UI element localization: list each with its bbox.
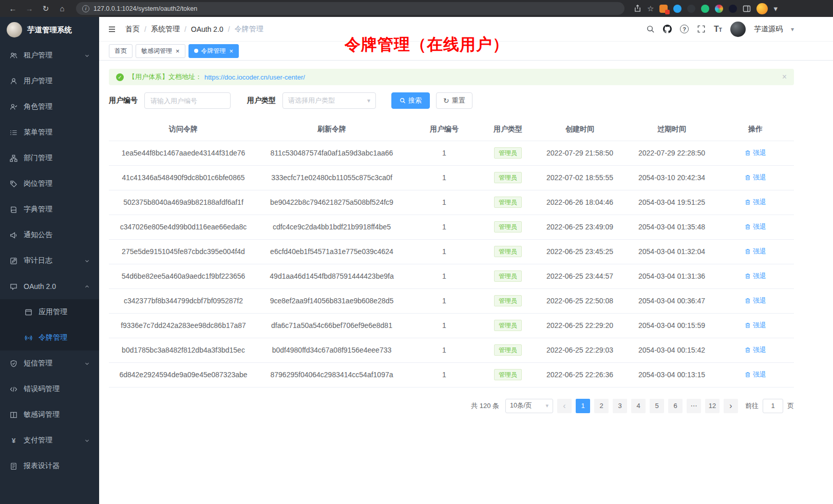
force-logout-button[interactable]: 强退 [745, 173, 766, 182]
extension-icon[interactable] [659, 5, 668, 13]
tab-close-icon[interactable]: × [230, 48, 234, 54]
breadcrumb-home[interactable]: 首页 [125, 25, 140, 34]
doc-link[interactable]: https://doc.iocoder.cn/user-center/ [204, 73, 305, 81]
user-id-input[interactable] [144, 92, 231, 109]
pay-yen-icon: ¥ [9, 437, 18, 444]
filter-form: 用户编号 用户类型 请选择用户类型 ▾ 搜索 ↻ 重置 [109, 92, 794, 109]
tab-close-icon[interactable]: × [176, 48, 180, 54]
sidebar-item-dept[interactable]: 部门管理 [0, 145, 99, 171]
user-caret-down-icon[interactable]: ▾ [791, 26, 794, 33]
prev-page-button[interactable]: ‹ [557, 399, 572, 413]
site-info-icon[interactable]: i [82, 5, 89, 12]
sidebar-item-user[interactable]: 用户管理 [0, 68, 99, 94]
page-button-3[interactable]: 3 [613, 399, 627, 413]
sidebar-item-report-designer[interactable]: 报表设计器 [0, 453, 99, 479]
page-button-2[interactable]: 2 [594, 399, 609, 413]
force-logout-button[interactable]: 强退 [745, 247, 766, 256]
user-type-badge: 管理员 [494, 270, 522, 282]
browser-profile-avatar[interactable] [756, 3, 768, 14]
fullscreen-icon[interactable] [697, 25, 706, 33]
search-icon[interactable] [646, 25, 655, 33]
goto-suffix: 页 [787, 401, 794, 411]
collapse-menu-icon[interactable] [107, 25, 117, 34]
chevron-down-icon [84, 438, 90, 443]
chevron-down-icon [84, 361, 90, 366]
sidebar-item-dict[interactable]: 字典管理 [0, 197, 99, 222]
sidebar-item-errcode[interactable]: 错误码管理 [0, 376, 99, 402]
browser-back-button[interactable]: ← [6, 2, 20, 15]
search-button[interactable]: 搜索 [391, 92, 430, 109]
sidebar-item-post[interactable]: 岗位管理 [0, 171, 99, 197]
reset-button[interactable]: ↻ 重置 [436, 92, 472, 109]
sidebar-item-role[interactable]: 角色管理 [0, 94, 99, 120]
tab-sensitive-words[interactable]: 敏感词管理 × [136, 44, 185, 58]
sidebar-item-oauth[interactable]: OAuth 2.0 [0, 274, 99, 299]
table-row: 41c41346a548490f9dc8b01c6bfe0865 333ecfc… [109, 165, 794, 190]
browser-home-button[interactable]: ⌂ [55, 2, 69, 15]
force-logout-button[interactable]: 强退 [745, 370, 766, 379]
user-type-select[interactable]: 请选择用户类型 ▾ [282, 92, 376, 109]
sidebar-item-oauth-token[interactable]: 令牌管理 [0, 325, 99, 351]
sidebar-item-sensitive-words[interactable]: 敏感词管理 [0, 402, 99, 428]
user-name[interactable]: 芋道源码 [754, 25, 783, 34]
browser-chrome: ← → ↻ ⌂ i 127.0.0.1:1024/system/oauth2/t… [0, 0, 833, 17]
extension-icon[interactable] [729, 5, 737, 13]
force-logout-button[interactable]: 强退 [745, 222, 766, 231]
alert-close-icon[interactable]: × [782, 73, 787, 81]
table-row: c347026e805e4d99b0d116eae66eda8c cdfc4ce… [109, 215, 794, 239]
page-size-select[interactable]: 10条/页 ▾ [505, 399, 553, 413]
sidebar-item-oauth-app[interactable]: 应用管理 [0, 299, 99, 325]
col-refresh-token: 刷新令牌 [258, 118, 406, 141]
sidebar-item-notice[interactable]: 通知公告 [0, 222, 99, 248]
next-page-button[interactable]: › [724, 399, 738, 413]
breadcrumb-oauth[interactable]: OAuth 2.0 [191, 25, 223, 33]
force-logout-button[interactable]: 强退 [745, 321, 766, 330]
sidebar-item-audit-log[interactable]: 审计日志 [0, 248, 99, 274]
doc-alert: ✓ 【用户体系】文档地址： https://doc.iocoder.cn/use… [109, 69, 794, 85]
breadcrumb-system[interactable]: 系统管理 [151, 25, 180, 34]
force-logout-button[interactable]: 强退 [745, 345, 766, 355]
page-button-6[interactable]: 6 [668, 399, 683, 413]
browser-refresh-button[interactable]: ↻ [39, 2, 52, 15]
tab-bar: 首页 敏感词管理 × 令牌管理 × [99, 42, 833, 61]
browser-forward-button[interactable]: → [23, 2, 36, 15]
active-tab-dot [194, 49, 198, 53]
page-button-4[interactable]: 4 [631, 399, 646, 413]
extension-icon[interactable] [673, 5, 681, 13]
logo-avatar [7, 22, 22, 37]
page-button-1[interactable]: 1 [576, 399, 590, 413]
app-title: 芋道管理系统 [27, 25, 72, 35]
sidebar-item-sms[interactable]: 短信管理 [0, 351, 99, 376]
tab-token[interactable]: 令牌管理 × [188, 44, 239, 58]
goto-page-input[interactable] [763, 399, 783, 413]
table-header-row: 访问令牌 刷新令牌 用户编号 用户类型 创建时间 过期时间 操作 [109, 118, 794, 141]
github-icon[interactable] [663, 25, 672, 33]
help-icon[interactable]: ? [680, 25, 689, 33]
share-icon[interactable] [634, 5, 641, 12]
sidebar-item-tenant[interactable]: 租户管理 [0, 43, 99, 68]
user-avatar[interactable] [730, 22, 746, 37]
sidebar-item-pay[interactable]: ¥ 支付管理 [0, 428, 99, 453]
browser-menu-icon[interactable]: ▾ [773, 4, 778, 13]
side-panel-icon[interactable] [743, 5, 751, 13]
address-bar[interactable]: i 127.0.0.1:1024/system/oauth2/token [76, 2, 624, 15]
extension-icon[interactable] [701, 5, 709, 13]
table-row: b0d1785bc3a8482f812db4a3f3bd15ec b0df498… [109, 338, 794, 362]
chevron-down-icon [84, 258, 90, 264]
tab-home[interactable]: 首页 [109, 44, 132, 58]
force-logout-button[interactable]: 强退 [745, 198, 766, 207]
extension-icon[interactable] [715, 5, 723, 13]
force-logout-button[interactable]: 强退 [745, 272, 766, 281]
chevron-down-icon [84, 53, 90, 59]
force-logout-button[interactable]: 强退 [745, 148, 766, 158]
col-expire-time: 过期时间 [627, 118, 717, 141]
more-pages-button[interactable]: ⋯ [687, 399, 701, 413]
page-button-12[interactable]: 12 [705, 399, 720, 413]
user-type-badge: 管理员 [494, 147, 522, 159]
force-logout-button[interactable]: 强退 [745, 296, 766, 305]
bookmark-star-icon[interactable]: ☆ [647, 4, 654, 13]
sidebar-item-menu[interactable]: 菜单管理 [0, 120, 99, 145]
extension-icon[interactable] [687, 5, 695, 13]
font-size-icon[interactable]: TT [714, 25, 722, 34]
page-button-5[interactable]: 5 [650, 399, 664, 413]
